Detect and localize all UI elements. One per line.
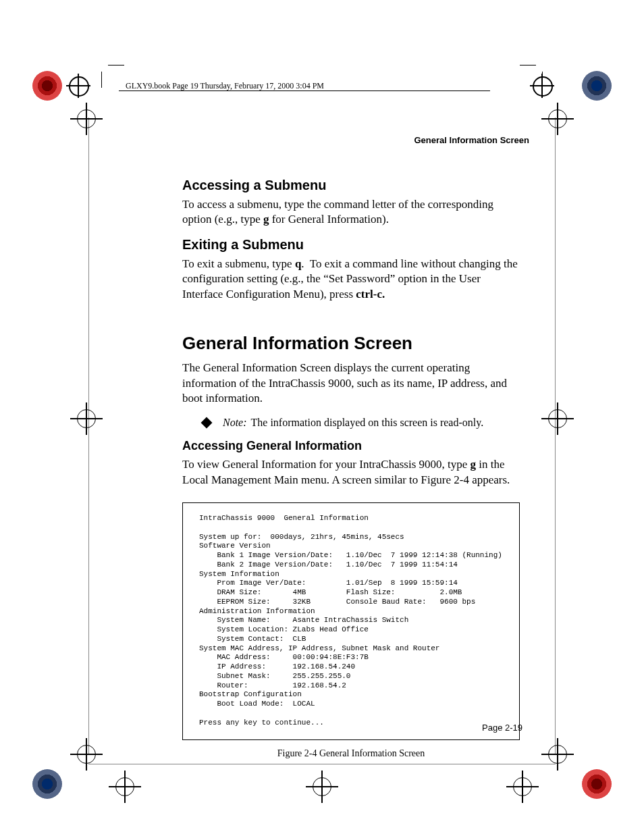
heading-accessing-general-info: Accessing General Information (182, 439, 520, 453)
crosshair-icon (308, 773, 336, 800)
crosshair-icon (544, 741, 571, 768)
content-column: General Information Screen Accessing a S… (182, 135, 520, 759)
crosshair-icon (544, 405, 571, 432)
crosshair-icon (509, 773, 536, 800)
heading-general-info-screen: General Information Screen (182, 333, 520, 354)
terminal-output: IntraChassis 9000 General Information Sy… (182, 502, 520, 740)
crosshair-icon (73, 405, 100, 432)
heading-exiting-submenu: Exiting a Submenu (182, 237, 520, 253)
crop-mark-icon (101, 65, 124, 88)
note: Note:The information displayed on this s… (203, 416, 520, 430)
paragraph: The General Information Screen displays … (182, 361, 520, 406)
registration-mark-icon (32, 71, 62, 101)
frame-rule (555, 118, 556, 754)
page-number: Page 2-19 (482, 723, 522, 733)
note-text: The information displayed on this screen… (251, 417, 484, 428)
registration-mark-icon (32, 769, 62, 799)
crosshair-icon (111, 773, 138, 800)
crosshair-icon (73, 741, 100, 768)
frame-rule (88, 764, 556, 764)
crosshair-icon (73, 105, 100, 132)
paragraph: To access a submenu, type the command le… (182, 197, 520, 228)
paragraph: To view General Information for your Int… (182, 457, 520, 488)
running-head: General Information Screen (182, 135, 529, 145)
crosshair-icon (544, 105, 571, 132)
note-label: Note: (223, 417, 247, 428)
heading-accessing-submenu: Accessing a Submenu (182, 178, 520, 193)
paragraph: To exit a submenu, type q. To exit a com… (182, 257, 520, 302)
crop-mark-icon (520, 65, 543, 88)
page: GLXY9.book Page 19 Thursday, February 17… (0, 0, 644, 834)
crosshair-target-icon (69, 76, 89, 97)
diamond-bullet-icon (201, 417, 213, 428)
registration-mark-icon (582, 71, 612, 101)
print-header: GLXY9.book Page 19 Thursday, February 17… (126, 81, 324, 91)
figure-caption: Figure 2-4 General Information Screen (182, 748, 520, 759)
registration-mark-icon (582, 769, 612, 799)
frame-rule (88, 118, 89, 754)
